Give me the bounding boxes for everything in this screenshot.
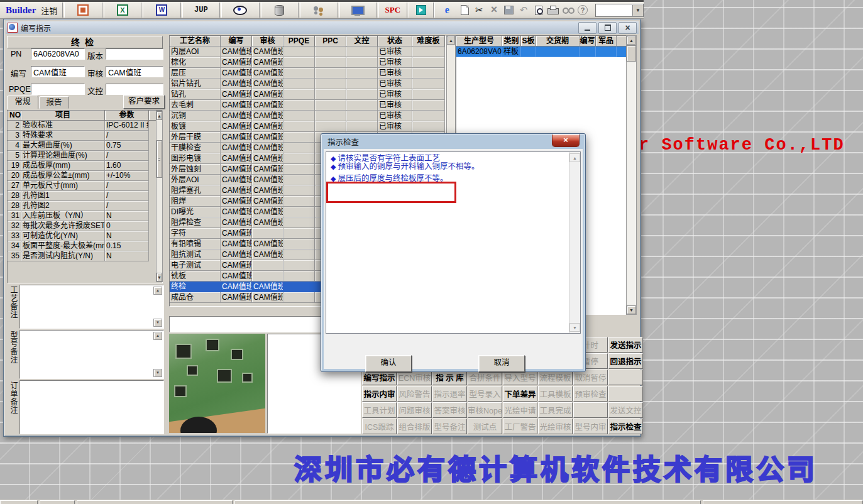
scroll-up-icon[interactable]: ▲ — [157, 111, 162, 120]
logout-button[interactable]: 注销 — [38, 3, 61, 18]
tab-general[interactable]: 常规 — [7, 96, 38, 109]
cell: 层压 — [170, 68, 221, 79]
param-row[interactable]: 20成品板厚公差±(mm)+/-10% — [8, 171, 162, 181]
minimize-button[interactable] — [578, 22, 596, 34]
param-row[interactable]: 31入库前压板（Y/N）N — [8, 211, 162, 221]
param-row[interactable]: 5计算理论翘曲度(%)/ — [8, 151, 162, 161]
tab-report[interactable]: 报告 — [39, 96, 69, 109]
reviewer-field[interactable] — [106, 66, 163, 77]
scroll-down-icon[interactable]: ▼ — [569, 323, 580, 332]
grid-button[interactable]: 指示检查 — [608, 419, 643, 434]
process-row[interactable]: 铝片钻孔CAM值班CAM值班已审核 — [170, 79, 445, 89]
dialog-close-icon[interactable]: × — [552, 134, 580, 147]
order-remark-box[interactable] — [19, 380, 164, 434]
param-row[interactable]: 28孔符图1/ — [8, 191, 162, 201]
param-row[interactable]: 32每批次最多允许报废SET0 — [8, 221, 162, 231]
cell: CAM值班 — [221, 282, 252, 292]
scroll-down-icon[interactable]: ▼ — [627, 305, 636, 314]
process-row[interactable]: 钻孔CAM值班CAM值班已审核 — [170, 89, 445, 100]
dialog-list-scrollbar[interactable]: ▲ ▼ — [569, 152, 580, 333]
cell: CAM值班 — [221, 196, 252, 207]
window-titlebar[interactable]: 编写指示 — [6, 21, 639, 34]
ppqe-field[interactable] — [31, 84, 85, 95]
process-row[interactable]: 沉铜CAM值班CAM值班已审核 — [170, 111, 445, 121]
preview-button[interactable] — [531, 3, 546, 18]
cell: CAM值班 — [221, 217, 252, 228]
cell: 35 — [8, 251, 21, 261]
pn-field[interactable] — [31, 48, 85, 60]
grid-button: 型号内审 — [573, 419, 608, 434]
print-button[interactable] — [546, 3, 561, 18]
process-row[interactable]: 去毛刺CAM值班CAM值班已审核 — [170, 100, 445, 111]
cell: CAM值班 — [221, 111, 252, 121]
param-row[interactable]: 28孔符图2/ — [8, 201, 162, 211]
model-remark-box[interactable]: ▲ ▼ — [19, 330, 164, 379]
model-table-scrollbar[interactable]: ▲ ▼ — [626, 35, 637, 315]
scroll-down-icon[interactable]: ▼ — [153, 369, 162, 377]
grid-button[interactable]: 回退指示 — [608, 353, 643, 369]
model-row[interactable]: 6A06208VA0样板 — [456, 47, 636, 57]
check-result-list[interactable]: ◆ 请核实是否有字符上表面工艺◆ 预审输入的铜厚与开料输入铜厚不相等。◆ 层压后… — [326, 151, 581, 334]
delete-button[interactable] — [486, 3, 502, 18]
param-row[interactable]: 4最大翘曲度(%)0.75 — [8, 141, 162, 151]
powerpoint-button[interactable] — [67, 3, 100, 18]
param-row[interactable]: 19成品板厚(mm)1.60 — [8, 161, 162, 171]
param-row[interactable]: 2验收标准IPC-6012 II 级 — [8, 121, 162, 131]
help-button[interactable] — [575, 3, 590, 18]
cancel-button[interactable]: 取消 — [478, 355, 525, 372]
grid-button[interactable]: 下单差异 — [503, 386, 537, 402]
grid-button[interactable]: 发送指示 — [608, 337, 643, 353]
process-remark-box[interactable]: ▲ ▼ — [19, 285, 164, 329]
scroll-up-icon[interactable]: ▲ — [153, 332, 162, 340]
customer-requirements-button[interactable]: 客户要求 — [123, 95, 165, 109]
version-field[interactable] — [106, 48, 163, 60]
schedule-button[interactable] — [411, 3, 431, 18]
computer-button[interactable] — [342, 3, 375, 18]
close-button[interactable] — [618, 22, 637, 34]
new-doc-button[interactable] — [457, 3, 472, 18]
spc-button[interactable]: SPC — [381, 3, 405, 18]
excel-button[interactable] — [106, 3, 140, 18]
grid-button[interactable]: 指示内审 — [362, 386, 397, 402]
cell: 20 — [8, 171, 21, 181]
cut-button[interactable] — [472, 3, 487, 18]
database-button[interactable] — [263, 3, 297, 18]
scroll-up-icon[interactable]: ▲ — [569, 153, 580, 162]
restore-button[interactable] — [598, 22, 617, 34]
doc-control-field[interactable] — [106, 84, 163, 95]
status-segment — [77, 500, 233, 504]
param-row[interactable]: 3特殊要求/ — [8, 131, 162, 141]
model-table-header: 生产型号类别S板交货期编写军品 — [456, 36, 636, 47]
dialog-titlebar[interactable]: 指示检查 — [321, 134, 585, 149]
model-remark-label: 型号备注 — [8, 331, 19, 364]
process-row[interactable]: 棕化CAM值班CAM值班已审核 — [170, 57, 445, 68]
param-table-scrollbar[interactable]: ▲ ▼ — [156, 111, 163, 282]
scroll-up-icon[interactable]: ▲ — [447, 36, 455, 45]
word-button[interactable] — [145, 3, 179, 18]
process-row[interactable]: 板镀CAM值班CAM值班已审核 — [170, 121, 445, 132]
browser-button[interactable] — [437, 3, 457, 18]
scroll-down-icon[interactable]: ▼ — [153, 319, 162, 327]
users-button[interactable] — [302, 3, 336, 18]
process-row[interactable]: 内层AOICAM值班CAM值班已审核 — [170, 47, 445, 57]
eye-button[interactable] — [224, 3, 257, 18]
cell — [283, 249, 315, 260]
writer-field[interactable] — [31, 66, 85, 77]
builder-menu[interactable]: Builder — [4, 3, 38, 18]
param-row[interactable]: 34板面平整度-最大极差(mm0.15 — [8, 241, 162, 251]
param-row[interactable]: 35是否测试内阻抗(Y/N)N — [8, 251, 162, 261]
scroll-down-icon[interactable]: ▼ — [157, 273, 162, 282]
model-combo[interactable]: ▼ — [595, 4, 644, 17]
cell: 单元板尺寸(mm) — [21, 181, 105, 191]
param-row[interactable]: 27单元板尺寸(mm)/ — [8, 181, 162, 191]
find-icon — [563, 8, 574, 13]
scroll-up-icon[interactable]: ▲ — [627, 36, 636, 45]
confirm-button[interactable]: 确认 — [365, 355, 412, 372]
status-bar — [0, 500, 863, 504]
process-row[interactable]: 层压CAM值班CAM值班已审核 — [170, 68, 445, 79]
param-row[interactable]: 33可制造优化(Y/N)N — [8, 231, 162, 241]
cell: 4 — [8, 141, 21, 151]
jup-button[interactable]: JUP — [185, 3, 218, 18]
scroll-up-icon[interactable]: ▲ — [153, 287, 162, 295]
cell: 已审核 — [378, 57, 412, 68]
